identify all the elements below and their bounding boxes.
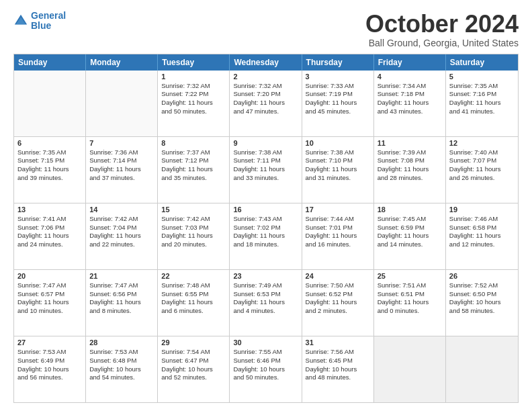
day-number: 28: [89, 338, 154, 347]
cell-info-line: Sunset: 7:11 PM: [233, 156, 298, 165]
cell-info-line: Sunrise: 7:41 AM: [17, 215, 82, 224]
cell-info-line: Daylight: 11 hours: [306, 298, 370, 307]
calendar-cell: 5Sunrise: 7:35 AMSunset: 7:16 PMDaylight…: [446, 71, 518, 136]
cell-info-line: Sunrise: 7:49 AM: [233, 281, 298, 290]
cell-info-line: Sunrise: 7:53 AM: [17, 348, 82, 357]
cell-info-line: Daylight: 10 hours: [17, 365, 82, 374]
calendar-cell: 29Sunrise: 7:54 AMSunset: 6:47 PMDayligh…: [158, 336, 230, 402]
cell-info-line: and 0 minutes.: [378, 307, 442, 316]
calendar-cell: 14Sunrise: 7:42 AMSunset: 7:04 PMDayligh…: [86, 203, 158, 269]
cell-info-line: Sunset: 7:16 PM: [449, 90, 515, 99]
calendar-row: 6Sunrise: 7:35 AMSunset: 7:15 PMDaylight…: [14, 137, 518, 203]
cell-info-line: Sunrise: 7:50 AM: [306, 281, 370, 290]
cell-info-line: Daylight: 11 hours: [161, 165, 226, 174]
day-number: 15: [161, 205, 226, 214]
logo-icon: [13, 13, 28, 28]
calendar-cell: 6Sunrise: 7:35 AMSunset: 7:15 PMDaylight…: [14, 137, 86, 203]
cell-info-line: and 50 minutes.: [233, 373, 298, 382]
calendar-cell: [14, 71, 86, 136]
calendar-row: 13Sunrise: 7:41 AMSunset: 7:06 PMDayligh…: [14, 203, 518, 270]
cell-info-line: and 54 minutes.: [89, 373, 154, 382]
day-number: 3: [306, 73, 370, 81]
cell-info-line: Daylight: 10 hours: [233, 365, 298, 374]
cell-info-line: and 41 minutes.: [449, 107, 515, 116]
cell-info-line: Sunset: 6:47 PM: [161, 357, 226, 365]
cell-info-line: Sunrise: 7:32 AM: [233, 82, 298, 91]
calendar-cell: 25Sunrise: 7:51 AMSunset: 6:51 PMDayligh…: [374, 270, 446, 336]
calendar-cell: 8Sunrise: 7:37 AMSunset: 7:12 PMDaylight…: [158, 137, 230, 203]
header: General Blue October 2024 Ball Ground, G…: [13, 11, 519, 48]
cell-info-line: Daylight: 11 hours: [378, 232, 442, 240]
cell-info-line: Sunset: 6:49 PM: [17, 357, 82, 365]
cell-info-line: Daylight: 10 hours: [449, 298, 515, 307]
day-number: 27: [17, 338, 82, 347]
calendar-cell: 3Sunrise: 7:33 AMSunset: 7:19 PMDaylight…: [302, 71, 374, 136]
cell-info-line: Sunset: 6:51 PM: [378, 290, 442, 299]
cell-info-line: Sunrise: 7:47 AM: [89, 281, 154, 290]
day-number: 7: [89, 139, 154, 147]
cell-info-line: Sunset: 6:46 PM: [233, 357, 298, 365]
calendar-cell: 17Sunrise: 7:44 AMSunset: 7:01 PMDayligh…: [302, 203, 374, 269]
calendar-body: 1Sunrise: 7:32 AMSunset: 7:22 PMDaylight…: [14, 71, 518, 402]
cell-info-line: Daylight: 11 hours: [449, 165, 515, 174]
day-number: 14: [89, 205, 154, 214]
day-number: 23: [233, 272, 298, 280]
cell-info-line: Sunset: 7:01 PM: [306, 224, 370, 232]
calendar: SundayMondayTuesdayWednesdayThursdayFrid…: [13, 54, 519, 403]
cell-info-line: Sunrise: 7:39 AM: [378, 148, 442, 157]
cell-info-line: Sunset: 7:18 PM: [378, 90, 442, 99]
cell-info-line: Daylight: 11 hours: [233, 165, 298, 174]
header-day: Friday: [374, 54, 446, 71]
day-number: 31: [306, 338, 370, 347]
cell-info-line: Sunset: 6:52 PM: [306, 290, 370, 299]
cell-info-line: Daylight: 11 hours: [449, 99, 515, 107]
calendar-cell: 2Sunrise: 7:32 AMSunset: 7:20 PMDaylight…: [230, 71, 302, 136]
cell-info-line: Sunset: 7:03 PM: [161, 224, 226, 232]
cell-info-line: and 4 minutes.: [233, 307, 298, 316]
calendar-cell: 23Sunrise: 7:49 AMSunset: 6:53 PMDayligh…: [230, 270, 302, 336]
day-number: 6: [17, 139, 82, 147]
cell-info-line: Sunset: 6:48 PM: [89, 357, 154, 365]
header-day: Monday: [86, 54, 158, 71]
cell-info-line: Sunrise: 7:45 AM: [378, 215, 442, 224]
calendar-cell: 22Sunrise: 7:48 AMSunset: 6:55 PMDayligh…: [158, 270, 230, 336]
location: Ball Ground, Georgia, United States: [365, 38, 519, 48]
cell-info-line: Daylight: 11 hours: [378, 298, 442, 307]
cell-info-line: and 26 minutes.: [449, 174, 515, 183]
cell-info-line: Sunset: 6:53 PM: [233, 290, 298, 299]
cell-info-line: and 45 minutes.: [306, 107, 370, 116]
cell-info-line: Daylight: 11 hours: [306, 232, 370, 240]
calendar-cell: 12Sunrise: 7:40 AMSunset: 7:07 PMDayligh…: [446, 137, 518, 203]
cell-info-line: Daylight: 11 hours: [378, 99, 442, 107]
cell-info-line: Sunset: 7:14 PM: [89, 156, 154, 165]
calendar-cell: [86, 71, 158, 136]
cell-info-line: Sunset: 6:45 PM: [306, 357, 370, 365]
title-block: October 2024 Ball Ground, Georgia, Unite…: [365, 11, 519, 48]
cell-info-line: Sunrise: 7:52 AM: [449, 281, 515, 290]
calendar-cell: 26Sunrise: 7:52 AMSunset: 6:50 PMDayligh…: [446, 270, 518, 336]
cell-info-line: Sunrise: 7:38 AM: [233, 148, 298, 157]
logo-text: General Blue: [31, 11, 66, 32]
cell-info-line: Sunset: 7:19 PM: [306, 90, 370, 99]
cell-info-line: Daylight: 11 hours: [449, 232, 515, 240]
calendar-cell: 10Sunrise: 7:38 AMSunset: 7:10 PMDayligh…: [302, 137, 374, 203]
cell-info-line: Sunset: 7:22 PM: [161, 90, 226, 99]
cell-info-line: and 10 minutes.: [17, 307, 82, 316]
day-number: 13: [17, 205, 82, 214]
header-day: Saturday: [446, 54, 518, 71]
cell-info-line: Daylight: 11 hours: [89, 232, 154, 240]
day-number: 19: [449, 205, 515, 214]
calendar-header: SundayMondayTuesdayWednesdayThursdayFrid…: [14, 54, 518, 71]
cell-info-line: Sunset: 7:12 PM: [161, 156, 226, 165]
cell-info-line: Sunset: 7:07 PM: [449, 156, 515, 165]
cell-info-line: Sunset: 7:02 PM: [233, 224, 298, 232]
cell-info-line: Sunrise: 7:44 AM: [306, 215, 370, 224]
calendar-cell: 21Sunrise: 7:47 AMSunset: 6:56 PMDayligh…: [86, 270, 158, 336]
calendar-cell: 18Sunrise: 7:45 AMSunset: 6:59 PMDayligh…: [374, 203, 446, 269]
cell-info-line: Sunrise: 7:42 AM: [161, 215, 226, 224]
calendar-cell: 24Sunrise: 7:50 AMSunset: 6:52 PMDayligh…: [302, 270, 374, 336]
calendar-cell: 4Sunrise: 7:34 AMSunset: 7:18 PMDaylight…: [374, 71, 446, 136]
cell-info-line: Sunset: 6:56 PM: [89, 290, 154, 299]
day-number: 18: [378, 205, 442, 214]
cell-info-line: Sunset: 6:58 PM: [449, 224, 515, 232]
